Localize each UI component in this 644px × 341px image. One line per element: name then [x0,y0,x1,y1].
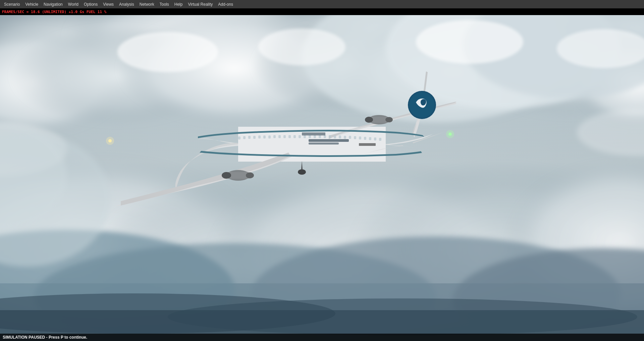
svg-rect-60 [258,135,261,138]
svg-rect-53 [223,138,225,141]
menu-views[interactable]: Views [100,0,116,8]
menu-bar: Scenario Vehicle Navigation World Option… [0,0,644,8]
svg-rect-70 [309,135,311,138]
bottom-status-bar: SIMULATION PAUSED - Press P to continue. [0,334,644,341]
svg-point-35 [258,29,345,65]
svg-rect-74 [329,135,331,138]
menu-navigation[interactable]: Navigation [41,0,65,8]
svg-rect-77 [344,136,346,139]
svg-rect-73 [324,135,326,138]
svg-rect-91 [359,143,376,146]
svg-rect-67 [293,135,296,138]
svg-rect-83 [374,137,376,140]
svg-rect-71 [314,135,316,138]
svg-rect-90 [309,143,339,145]
svg-point-88 [298,169,306,175]
svg-rect-66 [288,135,291,138]
fps-display: FRAMES/SEC = 18.6 (UNLIMITED) +1.0 Gs FU… [2,10,106,14]
svg-rect-92 [302,132,325,135]
svg-rect-62 [268,135,271,138]
menu-help[interactable]: Help [172,0,185,8]
svg-rect-59 [253,136,256,139]
svg-rect-65 [283,135,286,138]
pause-message: SIMULATION PAUSED - Press P to continue. [3,335,87,340]
svg-point-39 [106,137,114,145]
svg-rect-56 [238,136,240,139]
svg-point-47 [246,172,254,178]
menu-tools[interactable]: Tools [157,0,172,8]
svg-point-36 [416,20,523,64]
svg-rect-84 [379,138,381,141]
svg-rect-69 [304,135,306,138]
menu-scenario[interactable]: Scenario [1,0,22,8]
aircraft [94,65,463,206]
svg-rect-61 [263,135,266,138]
svg-rect-75 [334,135,336,138]
svg-rect-63 [273,135,276,138]
svg-rect-76 [339,135,341,138]
svg-point-51 [385,117,393,122]
menu-network[interactable]: Network [137,0,157,8]
svg-rect-52 [218,138,220,141]
svg-point-41 [446,130,454,138]
svg-rect-72 [319,135,321,138]
svg-rect-81 [364,137,366,140]
svg-rect-58 [248,136,251,139]
svg-point-50 [365,117,373,123]
svg-point-46 [222,172,231,179]
menu-options[interactable]: Options [81,0,100,8]
menu-world[interactable]: World [65,0,81,8]
svg-point-29 [168,298,637,335]
menu-add-ons[interactable]: Add-ons [215,0,236,8]
svg-rect-57 [243,136,246,139]
svg-rect-89 [309,139,349,142]
svg-rect-64 [278,135,281,138]
svg-rect-78 [349,136,351,139]
svg-rect-55 [233,137,235,140]
svg-rect-54 [228,137,230,140]
svg-rect-79 [354,136,356,139]
svg-rect-82 [369,137,371,140]
fps-status-bar: FRAMES/SEC = 18.6 (UNLIMITED) +1.0 Gs FU… [0,8,644,15]
menu-vehicle[interactable]: Vehicle [22,0,41,8]
menu-analysis[interactable]: Analysis [116,0,137,8]
menu-virtual-reality[interactable]: Virtual Reality [185,0,215,8]
svg-rect-68 [299,135,301,138]
svg-rect-80 [359,136,361,139]
flight-viewport: SIMULATION PAUSED - Press P to continue. [0,15,644,341]
